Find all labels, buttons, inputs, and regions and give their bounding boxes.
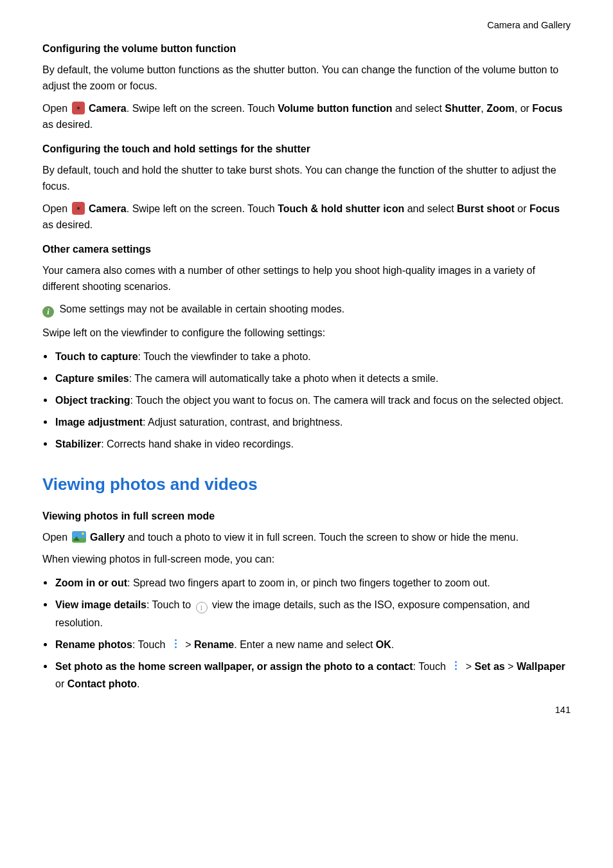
text: : Spread two fingers apart to zoom in, o… <box>127 577 490 588</box>
gallery-icon <box>72 531 86 543</box>
text: Open <box>42 532 71 543</box>
text: , or <box>515 103 533 114</box>
more-vertical-icon <box>450 660 461 671</box>
text-bold: OK <box>376 639 391 650</box>
list-item: Object tracking: Touch the object you wa… <box>42 392 571 409</box>
text: or <box>55 678 67 689</box>
heading-touch-hold: Configuring the touch and hold settings … <box>42 141 571 158</box>
list-item: Set photo as the home screen wallpaper, … <box>42 658 571 692</box>
text: : Touch the viewfinder to take a photo. <box>138 351 311 362</box>
text: and select <box>404 203 457 214</box>
text: , <box>481 103 486 114</box>
text: or <box>515 203 529 214</box>
text: . <box>391 639 394 650</box>
heading-volume-button: Configuring the volume button function <box>42 41 571 57</box>
text-bold: Stabilizer <box>55 439 101 449</box>
text-bold: Burst shoot <box>457 203 515 214</box>
text: Open <box>42 103 71 114</box>
page-header-section: Camera and Gallery <box>42 18 571 32</box>
text: : Touch the object you want to focus on.… <box>130 395 563 406</box>
para: Open Gallery and touch a photo to view i… <box>42 530 571 546</box>
text: Open <box>42 203 71 214</box>
para: By default, the volume button functions … <box>42 62 571 95</box>
text-bold: Image adjustment <box>55 417 143 428</box>
text-bold: Gallery <box>90 532 125 543</box>
list-item: Zoom in or out: Spread two fingers apart… <box>42 574 571 592</box>
text-bold: Rename <box>194 639 234 650</box>
bullet-list: Zoom in or out: Spread two fingers apart… <box>42 574 571 692</box>
list-item: View image details: Touch to i view the … <box>42 596 571 631</box>
text-bold: Zoom <box>486 103 515 114</box>
note-text: Some settings may not be available in ce… <box>57 303 344 314</box>
text: . Swipe left on the screen. Touch <box>127 103 278 114</box>
camera-icon <box>72 202 85 215</box>
text: : Adjust saturation, contrast, and brigh… <box>143 417 342 428</box>
text-bold: Touch & hold shutter icon <box>278 203 404 214</box>
text: . Swipe left on the screen. Touch <box>127 203 278 214</box>
para: Open Camera. Swipe left on the screen. T… <box>42 201 571 233</box>
text: : Touch <box>132 639 168 650</box>
text: > <box>505 661 517 672</box>
text: as desired. <box>42 119 93 130</box>
text-bold: Camera <box>89 103 127 114</box>
text: as desired. <box>42 219 93 230</box>
text-bold: Focus <box>532 103 562 114</box>
subheading-fullscreen: Viewing photos in full screen mode <box>42 509 571 525</box>
para: Your camera also comes with a number of … <box>42 263 571 295</box>
text: > <box>463 661 474 672</box>
list-item: Rename photos: Touch > Rename. Enter a n… <box>42 636 571 653</box>
list-item: Touch to capture: Touch the viewfinder t… <box>42 348 571 365</box>
text-bold: Camera <box>89 203 127 214</box>
text-bold: Contact photo <box>67 678 137 689</box>
text-bold: Shutter <box>445 103 481 114</box>
info-circle-icon: i <box>196 602 208 613</box>
text: and touch a photo to view it in full scr… <box>125 532 519 543</box>
text-bold: Focus <box>529 203 560 214</box>
camera-icon <box>72 102 85 114</box>
text: : The camera will automatically take a p… <box>129 373 439 384</box>
text-bold: Object tracking <box>55 395 130 406</box>
text: : Touch <box>413 661 449 672</box>
page-number: 141 <box>42 703 571 717</box>
info-icon: i <box>42 306 54 318</box>
text-bold: Capture smiles <box>55 373 129 384</box>
para: Swipe left on the viewfinder to configur… <box>42 325 571 341</box>
text-bold: Wallpaper <box>517 661 565 672</box>
para: When viewing photos in full-screen mode,… <box>42 552 571 568</box>
text-bold: View image details <box>55 599 147 610</box>
text: . <box>137 678 139 689</box>
list-item: Image adjustment: Adjust saturation, con… <box>42 413 571 431</box>
list-item: Capture smiles: The camera will automati… <box>42 370 571 387</box>
list-item: Stabilizer: Corrects hand shake in video… <box>42 435 571 453</box>
text-bold: Touch to capture <box>55 351 138 362</box>
bullet-list: Touch to capture: Touch the viewfinder t… <box>42 348 571 453</box>
text: > <box>182 639 194 650</box>
text: . Enter a new name and select <box>234 639 376 650</box>
text-bold: Rename photos <box>55 639 132 650</box>
heading-viewing: Viewing photos and videos <box>42 471 571 497</box>
para: By default, touch and hold the shutter t… <box>42 163 571 195</box>
text-bold: Volume button function <box>278 103 392 114</box>
para: Open Camera. Swipe left on the screen. T… <box>42 101 571 133</box>
text: : Touch to <box>147 599 194 610</box>
text-bold: Set photo as the home screen wallpaper, … <box>55 661 413 672</box>
text-bold: Set as <box>475 661 505 672</box>
text: : Corrects hand shake in video recording… <box>101 439 294 449</box>
text: and select <box>393 103 445 114</box>
more-vertical-icon <box>170 638 181 649</box>
heading-other-settings: Other camera settings <box>42 242 571 258</box>
text-bold: Zoom in or out <box>55 577 127 588</box>
note: i Some settings may not be available in … <box>42 302 571 318</box>
